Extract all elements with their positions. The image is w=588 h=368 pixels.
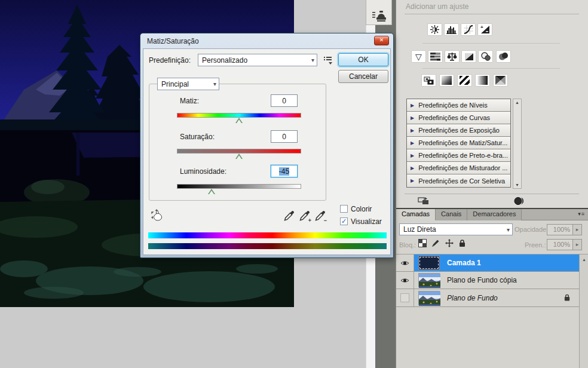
lock-transparency-button[interactable] [418,239,427,249]
adjustment-presets-list: ▶Predefinições de Níveis ▶Predefinições … [406,99,511,188]
layer-thumbnail[interactable] [418,256,440,270]
black-and-white-icon [464,53,474,61]
lock-all-button[interactable] [458,239,466,249]
preview-checkbox[interactable]: ✓ [340,217,348,225]
tab-demarcadores[interactable]: Demarcadores [467,209,522,220]
fill-label: Preen.: [525,241,546,249]
saturation-input[interactable]: 0 [271,130,298,143]
visibility-toggle[interactable] [396,272,414,289]
collapsed-panel-dock[interactable] [366,0,392,25]
layer-row-plano-de-fundo[interactable]: Plano de Fundo [396,289,579,307]
exposure-icon: + [480,25,490,34]
layer-thumbnail[interactable] [418,291,440,305]
layer-thumbnail[interactable] [418,273,440,287]
layer-row-body[interactable]: Camada 1 [414,254,579,271]
divider [405,194,579,194]
add-to-sample-eyedropper-button[interactable]: + [299,210,311,223]
brightness-contrast-button[interactable] [427,23,442,36]
hue-slider-track[interactable] [177,113,301,118]
layer-name: Plano de Fundo cópia [447,276,517,284]
exposure-button[interactable]: + [477,23,492,36]
color-balance-button[interactable] [445,50,460,63]
channel-select[interactable]: Principal ▾ [157,78,219,90]
selective-color-button[interactable] [493,74,508,87]
blend-mode-value: Luz Direta [403,225,436,234]
tab-camadas[interactable]: Camadas [396,209,436,220]
hue-saturation-icon [430,53,440,61]
hue-saturation-button[interactable] [428,50,443,63]
channel-groupbox [149,84,326,201]
fill-spinner-icon[interactable]: ▸ [573,239,582,250]
invert-button[interactable] [421,74,436,87]
saturation-slider-marker[interactable] [235,154,243,159]
preset-options-button[interactable] [323,55,333,65]
preset-item-curvas[interactable]: ▶Predefinições de Curvas [407,112,510,124]
hue-input[interactable]: 0 [271,94,298,107]
channel-mixer-button[interactable] [496,50,511,63]
black-and-white-button[interactable] [461,50,476,63]
clip-to-layer-button[interactable] [513,197,526,207]
posterize-button[interactable] [439,74,454,87]
scroll-up-icon[interactable]: ▲ [515,100,519,105]
photo-filter-button[interactable] [478,50,493,63]
layer-row-plano-de-fundo-copia[interactable]: Plano de Fundo cópia [396,272,579,289]
brush-icon [431,239,440,247]
lock-position-button[interactable] [445,239,454,249]
layers-scrollbar[interactable]: ▴ [579,254,588,368]
ok-button[interactable]: OK [338,53,388,66]
clone-source-panel-icon [372,10,386,23]
preset-item-niveis[interactable]: ▶Predefinições de Níveis [407,99,510,112]
preset-item-misturador[interactable]: ▶Predefinições de Misturador ... [407,162,510,174]
colorize-label: Colorir [351,205,372,213]
colorize-checkbox[interactable] [340,205,348,213]
fill-value[interactable]: 100% [547,239,573,250]
layer-row-body[interactable]: Plano de Fundo cópia [414,272,579,289]
expand-triangle-icon: ▶ [411,153,414,158]
hue-slider-marker[interactable] [235,118,243,123]
scroll-up-icon[interactable]: ▴ [583,257,585,262]
visibility-toggle[interactable] [396,289,414,306]
opacity-spinner-icon[interactable]: ▸ [573,224,582,235]
plus-icon: + [308,217,311,223]
preset-item-matiz-saturacao[interactable]: ▶Predefinições de Matiz/Satur... [407,137,510,149]
vibrance-button[interactable]: ▽ [411,50,426,63]
lightness-slider-track[interactable] [177,184,301,189]
levels-button[interactable] [444,23,459,36]
blend-mode-select[interactable]: Luz Direta ▾ [399,223,513,235]
padlock-icon [564,293,571,302]
lock-image-button[interactable] [431,239,440,249]
lightness-input[interactable]: -45 [271,165,298,177]
lightness-slider-marker[interactable] [208,189,215,194]
targeted-adjustment-hand-icon [150,209,164,223]
clip-to-layer-icon [513,197,526,206]
layers-tabbar: Camadas Canais Demarcadores ▾≡ [396,209,588,220]
threshold-button[interactable] [457,74,472,87]
saturation-slider-track[interactable] [177,149,301,154]
preset-select[interactable]: Personalizado ▾ [198,54,317,66]
cancel-button[interactable]: Cancelar [338,70,388,83]
preset-item-label: Predefinições de Misturador ... [418,164,507,171]
levels-icon [446,26,457,34]
gradient-map-button[interactable] [475,74,490,87]
targeted-adjustment-tool-button[interactable] [150,209,164,223]
scroll-down-icon[interactable]: ▼ [515,183,519,187]
close-button[interactable]: ✕ [374,36,389,45]
preview-label: Visualizar [351,217,382,226]
hue-spectrum-bar-adjusted [148,243,387,249]
preset-item-label: Predefinições de Cor Seletiva [418,177,505,185]
visibility-toggle[interactable] [396,254,414,271]
preset-item-cor-seletiva[interactable]: ▶Predefinições de Cor Seletiva [407,174,510,187]
panel-menu-icon[interactable]: ▾≡ [578,211,585,217]
expand-triangle-icon: ▶ [411,128,414,133]
eyedropper-button[interactable] [284,210,296,223]
curves-button[interactable] [461,23,476,36]
tab-canais[interactable]: Canais [436,209,467,220]
subtract-from-sample-eyedropper-button[interactable]: − [315,210,327,223]
preset-item-preto-e-branco[interactable]: ▶Predefinições de Preto-e-bra... [407,149,510,162]
preset-item-exposicao[interactable]: ▶Predefinições de Exposição [407,124,510,137]
switch-panel-view-button[interactable] [418,197,430,207]
layer-row-body[interactable]: Plano de Fundo [414,289,579,306]
layer-row-camada-1[interactable]: Camada 1 [396,254,579,272]
preset-list-scrollbar[interactable]: ▲ ▼ [513,99,522,189]
opacity-value[interactable]: 100% [547,224,573,235]
